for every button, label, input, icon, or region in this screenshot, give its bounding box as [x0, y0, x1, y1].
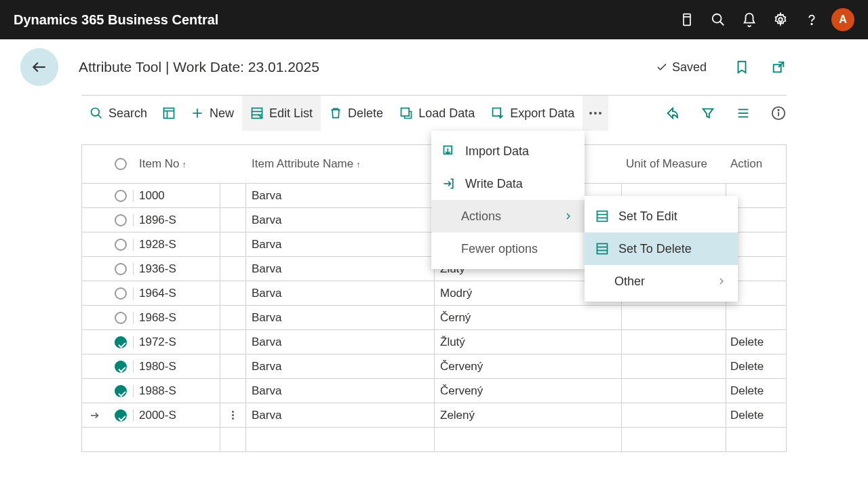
toolbar-new[interactable]: New [182, 96, 242, 131]
menu-write-data[interactable]: Write Data [431, 167, 585, 200]
svg-rect-19 [401, 108, 410, 117]
cell-action[interactable]: Delete [726, 403, 786, 427]
submenu-other-label: Other [614, 274, 645, 289]
svg-point-5 [811, 24, 812, 24]
cell-uom[interactable] [622, 403, 726, 427]
toolbar-load-data-label: Load Data [418, 106, 475, 121]
cell-item-no[interactable]: 1000 [134, 184, 220, 207]
menu-actions[interactable]: Actions [431, 200, 585, 232]
submenu-set-to-edit-label: Set To Edit [618, 209, 677, 224]
filter-icon[interactable] [700, 105, 716, 121]
table-row[interactable]: 1988-SBarvaČervenýDelete [82, 378, 786, 403]
col-uom[interactable]: Unit of Measure [622, 145, 726, 183]
toolbar-search-label: Search [108, 106, 147, 121]
cell-attr-name[interactable]: Barva [246, 281, 435, 305]
svg-line-3 [720, 22, 724, 26]
toolbar-load-data[interactable]: Load Data [391, 96, 483, 131]
menu-fewer-options[interactable]: Fewer options [431, 232, 585, 265]
row-select-radio[interactable] [115, 361, 127, 373]
gear-icon[interactable] [765, 4, 796, 35]
cell-uom[interactable] [622, 330, 726, 354]
cell-item-no[interactable]: 1988-S [134, 379, 220, 403]
avatar[interactable]: A [831, 8, 854, 31]
cell-attr-name[interactable]: Barva [246, 330, 435, 354]
share-icon[interactable] [665, 105, 681, 121]
cell-action[interactable]: Delete [726, 354, 786, 378]
svg-point-27 [778, 110, 778, 110]
cell-item-no[interactable]: 1896-S [134, 208, 220, 232]
submenu-other[interactable]: Other [585, 265, 738, 298]
row-menu-icon[interactable] [232, 409, 234, 421]
cell-attr-name[interactable]: Barva [246, 306, 435, 329]
row-select-radio[interactable] [115, 312, 127, 324]
cell-uom[interactable] [622, 379, 726, 403]
cell-attr-value[interactable]: Zelený [435, 403, 622, 427]
table-row[interactable]: 2000-SBarvaZelenýDelete [82, 403, 786, 427]
svg-point-2 [713, 14, 722, 23]
cell-attr-name[interactable]: Barva [246, 232, 435, 256]
cell-attr-name[interactable]: Barva [246, 208, 435, 232]
submenu-set-to-edit[interactable]: Set To Edit [585, 200, 738, 232]
popout-icon[interactable] [770, 59, 787, 75]
cell-item-no[interactable]: 1928-S [134, 232, 220, 256]
saved-indicator: Saved [656, 60, 707, 75]
cell-item-no[interactable]: 2000-S [134, 403, 220, 427]
toolbar-edit-list[interactable]: Edit List [242, 96, 321, 131]
toolbar-delete[interactable]: Delete [321, 96, 391, 131]
row-select-radio[interactable] [115, 409, 127, 422]
cell-attr-name[interactable]: Barva [246, 184, 435, 207]
cell-attr-value[interactable]: Červený [435, 354, 622, 378]
menu-write-data-label: Write Data [465, 177, 523, 191]
toolbar-analyze-icon[interactable] [155, 96, 182, 131]
toolbar-more[interactable] [583, 96, 608, 131]
cell-attr-name[interactable]: Barva [246, 379, 435, 403]
search-icon[interactable] [703, 4, 734, 35]
notification-bell-icon[interactable] [734, 4, 765, 35]
submenu-set-to-delete[interactable]: Set To Delete [585, 232, 738, 265]
col-attr-name[interactable]: Item Attribute Name↑ [246, 145, 435, 183]
cell-attr-value[interactable]: Černý [435, 306, 622, 329]
row-select-radio[interactable] [115, 385, 127, 397]
cell-action[interactable] [726, 306, 786, 329]
table-row[interactable]: 1980-SBarvaČervenýDelete [82, 354, 786, 378]
cell-attr-value[interactable]: Červený [435, 379, 622, 403]
app-header: Dynamics 365 Business Central A [0, 0, 868, 39]
cell-item-no[interactable]: 1980-S [134, 354, 220, 378]
row-select-radio[interactable] [115, 239, 127, 251]
row-select-radio[interactable] [115, 287, 127, 300]
app-launcher-icon[interactable] [671, 4, 703, 35]
cell-item-no[interactable]: 1964-S [134, 281, 220, 305]
bookmark-icon[interactable] [734, 59, 750, 75]
cell-uom[interactable] [622, 354, 726, 378]
svg-rect-34 [597, 244, 608, 254]
table-row[interactable]: 1972-SBarvaŽlutýDelete [82, 329, 786, 354]
cell-attr-name[interactable]: Barva [246, 403, 435, 427]
row-select-radio[interactable] [115, 190, 127, 202]
svg-line-10 [98, 115, 102, 119]
cell-attr-name[interactable]: Barva [246, 354, 435, 378]
cell-item-no[interactable]: 1936-S [134, 257, 220, 281]
list-view-icon[interactable] [735, 105, 751, 121]
col-item-no[interactable]: Item No↑ [134, 145, 220, 183]
col-action[interactable]: Action [726, 145, 786, 183]
help-icon[interactable] [796, 4, 827, 35]
cell-item-no[interactable]: 1968-S [134, 306, 220, 329]
toolbar-search[interactable]: Search [81, 96, 155, 131]
svg-point-9 [92, 108, 100, 117]
cell-attr-value[interactable]: Žlutý [435, 330, 622, 354]
info-icon[interactable] [770, 105, 787, 121]
cell-uom[interactable] [622, 306, 726, 329]
cell-action[interactable]: Delete [726, 330, 786, 354]
row-select-radio[interactable] [115, 214, 127, 226]
toolbar-export-data[interactable]: Export Data [483, 96, 583, 131]
cell-item-no[interactable]: 1972-S [134, 330, 220, 354]
cell-action[interactable]: Delete [726, 379, 786, 403]
cell-attr-name[interactable]: Barva [246, 257, 435, 281]
select-all-radio[interactable] [115, 158, 127, 170]
menu-import-data[interactable]: Import Data [431, 135, 585, 167]
sort-asc-icon: ↑ [182, 159, 187, 169]
back-button[interactable] [20, 48, 58, 86]
row-select-radio[interactable] [115, 263, 127, 275]
row-select-radio[interactable] [115, 336, 127, 348]
table-row[interactable]: 1968-SBarvaČerný [82, 305, 786, 329]
